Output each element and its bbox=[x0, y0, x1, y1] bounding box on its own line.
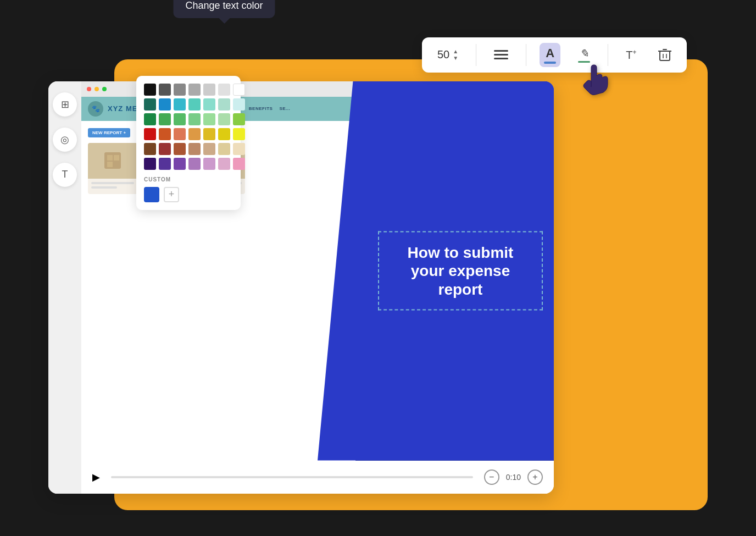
color-picker-panel: CUSTOM + bbox=[136, 76, 241, 210]
delete-icon bbox=[658, 48, 671, 62]
text-color-underline bbox=[544, 62, 556, 64]
color-swatch-blue[interactable] bbox=[159, 98, 171, 110]
color-swatch-very-pale-green[interactable] bbox=[218, 113, 230, 125]
add-custom-color-button[interactable]: + bbox=[164, 187, 179, 202]
color-swatch-red[interactable] bbox=[144, 128, 156, 140]
color-swatch-yellow-green[interactable] bbox=[233, 113, 245, 125]
text-color-button[interactable]: A bbox=[540, 43, 560, 67]
font-size-arrows: ▲ ▼ bbox=[453, 49, 458, 61]
color-swatch-dark-gray[interactable] bbox=[159, 84, 171, 96]
fill-icon[interactable]: ◎ bbox=[53, 128, 77, 152]
color-swatch-very-light-gray[interactable] bbox=[218, 84, 230, 96]
underline-button[interactable]: ✎ bbox=[574, 43, 594, 66]
color-swatch-light-green[interactable] bbox=[188, 113, 201, 125]
color-swatch-very-light-teal[interactable] bbox=[233, 98, 245, 110]
time-decrease-button[interactable]: − bbox=[484, 469, 499, 485]
color-swatch-cream[interactable] bbox=[233, 143, 245, 155]
tooltip-text: Change text color bbox=[185, 0, 263, 11]
font-size-value: 50 bbox=[437, 48, 449, 61]
font-size-down[interactable]: ▼ bbox=[453, 56, 458, 61]
color-swatch-yellow[interactable] bbox=[218, 128, 230, 140]
color-swatch-pale-tan[interactable] bbox=[218, 143, 230, 155]
underline-icon: ✎ bbox=[580, 47, 589, 60]
color-swatch-gold[interactable] bbox=[203, 128, 215, 140]
color-swatch-white[interactable] bbox=[233, 84, 245, 96]
card-lines-1 bbox=[88, 179, 137, 194]
color-swatch-dark-purple[interactable] bbox=[144, 158, 156, 170]
tooltip: Change text color bbox=[173, 0, 275, 18]
color-swatch-orange[interactable] bbox=[174, 128, 186, 140]
svg-rect-11 bbox=[494, 58, 508, 59]
color-swatch-pink-lavender[interactable] bbox=[218, 158, 230, 170]
delete-button[interactable] bbox=[654, 45, 676, 65]
color-swatch-tan[interactable] bbox=[188, 143, 201, 155]
svg-rect-3 bbox=[107, 162, 113, 167]
text-toolbar: 50 ▲ ▼ A bbox=[422, 37, 687, 73]
color-swatch-medium-green[interactable] bbox=[174, 113, 186, 125]
color-swatch-purple[interactable] bbox=[159, 158, 171, 170]
color-swatch-dark-teal[interactable] bbox=[144, 98, 156, 110]
color-swatch-pink[interactable] bbox=[233, 158, 245, 170]
card-image-1 bbox=[88, 143, 137, 179]
color-swatch-pale-teal[interactable] bbox=[218, 98, 230, 110]
color-swatch-brown[interactable] bbox=[174, 143, 186, 155]
play-button[interactable]: ▶ bbox=[92, 471, 100, 483]
toolbar-divider-1 bbox=[476, 44, 476, 66]
toolbar-divider-2 bbox=[526, 44, 526, 66]
font-size-up[interactable]: ▲ bbox=[453, 49, 458, 54]
slide-text-box[interactable]: How to submit your expense report bbox=[378, 231, 543, 311]
color-swatch-black[interactable] bbox=[144, 84, 156, 96]
mockup-card-1 bbox=[88, 143, 137, 194]
toolbar-divider-3 bbox=[608, 44, 608, 66]
svg-rect-2 bbox=[114, 155, 119, 161]
color-grid bbox=[144, 84, 233, 170]
new-report-button[interactable]: NEW REPORT + bbox=[88, 128, 130, 137]
video-controls: ▶ − 0:10 + bbox=[81, 461, 554, 494]
text-color-icon: A bbox=[546, 46, 554, 60]
custom-color-row: + bbox=[144, 187, 233, 202]
mockup-logo: 🐾 bbox=[88, 101, 103, 117]
time-display: 0:10 bbox=[506, 473, 521, 482]
color-swatch-medium-purple[interactable] bbox=[174, 158, 186, 170]
custom-label: CUSTOM bbox=[144, 176, 233, 183]
browser-dot-green bbox=[102, 87, 107, 91]
color-swatch-dark-brown[interactable] bbox=[144, 143, 156, 155]
text-plus-icon: T+ bbox=[626, 48, 636, 62]
text-icon[interactable]: T bbox=[53, 163, 77, 187]
layout-icon[interactable]: ⊞ bbox=[53, 92, 77, 117]
color-swatch-dark-orange[interactable] bbox=[159, 128, 171, 140]
nav-item-se: SE... bbox=[279, 106, 290, 111]
color-swatch-medium-gray[interactable] bbox=[188, 84, 201, 96]
color-swatch-cyan[interactable] bbox=[174, 98, 186, 110]
left-sidebar: ⊞ ◎ T bbox=[48, 81, 81, 494]
align-icon bbox=[494, 49, 508, 61]
color-swatch-green[interactable] bbox=[159, 113, 171, 125]
time-controls: − 0:10 + bbox=[484, 469, 543, 485]
text-size-increase-button[interactable]: T+ bbox=[621, 45, 641, 65]
color-swatch-teal[interactable] bbox=[188, 98, 201, 110]
time-increase-button[interactable]: + bbox=[527, 469, 543, 485]
font-size-control[interactable]: 50 ▲ ▼ bbox=[433, 45, 463, 64]
svg-rect-10 bbox=[494, 54, 508, 56]
color-swatch-bright-yellow[interactable] bbox=[233, 128, 245, 140]
custom-color-swatch[interactable] bbox=[144, 187, 159, 202]
text-align-button[interactable] bbox=[490, 46, 513, 64]
svg-rect-9 bbox=[494, 50, 508, 52]
color-swatch-gray[interactable] bbox=[174, 84, 186, 96]
svg-rect-12 bbox=[660, 51, 670, 60]
color-swatch-light-gray[interactable] bbox=[203, 84, 215, 96]
underline-bar bbox=[578, 61, 590, 63]
color-swatch-amber[interactable] bbox=[188, 128, 201, 140]
editor-panel: ⊞ ◎ T 🐾 XYZ MEDIA PROFILE TRAINING bbox=[48, 81, 554, 494]
nav-item-benefits: BENEFITS bbox=[249, 106, 273, 111]
color-swatch-brown-red[interactable] bbox=[159, 143, 171, 155]
browser-dot-yellow bbox=[94, 87, 99, 91]
color-swatch-light-purple[interactable] bbox=[188, 158, 201, 170]
slide-text: How to submit your expense report bbox=[390, 243, 531, 299]
color-swatch-light-teal[interactable] bbox=[203, 98, 215, 110]
progress-bar[interactable] bbox=[111, 476, 473, 478]
color-swatch-lavender[interactable] bbox=[203, 158, 215, 170]
color-swatch-pale-green[interactable] bbox=[203, 113, 215, 125]
color-swatch-light-tan[interactable] bbox=[203, 143, 215, 155]
color-swatch-dark-green[interactable] bbox=[144, 113, 156, 125]
